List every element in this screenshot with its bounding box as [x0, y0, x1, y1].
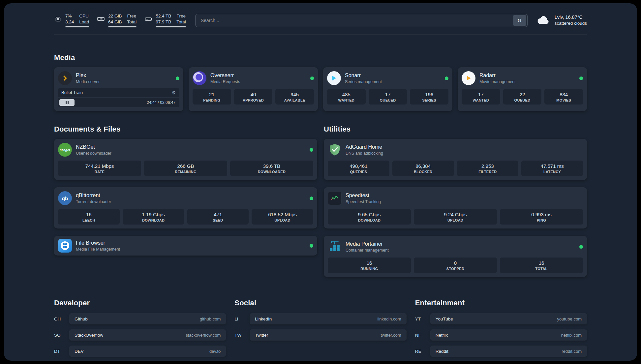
bookmark-group-social: Social LI LinkedIn linkedin.com TW Twitt… — [234, 299, 406, 357]
section-title-developer: Developer — [54, 299, 226, 307]
disk-free-label: Free — [176, 13, 186, 19]
card-header: File Browser Media File Management — [58, 239, 313, 253]
section-title-documents: Documents & Files — [54, 125, 317, 134]
card-nzbget[interactable]: nzbget NZBGet Usenet downloader 744.21 M… — [54, 139, 317, 180]
pause-button[interactable] — [59, 99, 75, 106]
bookmark-abbr: GH — [54, 317, 69, 321]
bookmark-name: Reddit — [436, 349, 448, 354]
bookmark-name: DEV — [75, 349, 84, 354]
card-title: Speedtest — [346, 193, 381, 198]
stats-row: 16 RUNNING 0 STOPPED 16 TOTAL — [328, 258, 583, 273]
cpu-widget: 7% 3.24 CPU Load — [54, 13, 89, 27]
bookmark-github[interactable]: GH Github github.com — [54, 313, 226, 324]
stat-blocked: 86,384 BLOCKED — [392, 161, 454, 176]
card-title: Radarr — [479, 73, 516, 78]
card-speedtest[interactable]: Speedtest Speedtest Tracking 9.65 Gbps D… — [324, 187, 587, 228]
bookmark-reddit[interactable]: RE Reddit reddit.com — [415, 346, 587, 357]
stats-row: 9.65 Gbps DOWNLOAD 9.24 Gbps UPLOAD 0.99… — [328, 209, 583, 225]
stat-filtered: 2,953 FILTERED — [457, 161, 519, 176]
search-input[interactable] — [196, 18, 512, 23]
bookmark-linkedin[interactable]: LI LinkedIn linkedin.com — [234, 313, 406, 324]
bookmark-dev[interactable]: DT DEV dev.to — [54, 346, 226, 357]
card-adguard[interactable]: AdGuard Home DNS and adblocking 498,461 … — [324, 139, 587, 180]
status-indicator — [310, 76, 314, 80]
status-indicator — [445, 76, 448, 80]
plex-now-playing: Bullet Train ⚙ 24:44 / 02:06:47 — [58, 88, 179, 107]
cpu-load-value: 3.24 — [65, 19, 74, 25]
stat-stopped: 0 STOPPED — [414, 258, 497, 273]
bookmark-abbr: RE — [415, 349, 430, 354]
section-documents: Documents & Files nzbget NZBGet Usenet d… — [54, 125, 317, 277]
card-title: qBittorrent — [76, 193, 111, 198]
card-subtitle: Series management — [345, 79, 382, 84]
media-grid: Plex Media server Bullet Train ⚙ 24:44 /… — [54, 67, 587, 111]
card-header: Speedtest Speedtest Tracking — [328, 191, 583, 205]
stat-wanted: 485 WANTED — [327, 89, 366, 105]
filebrowser-icon — [58, 239, 72, 253]
stat-rate: 744.21 Mbps RATE — [58, 161, 141, 176]
stats-row: 16 LEECH 1.19 Gbps DOWNLOAD 471 SEED — [58, 209, 313, 225]
stat-running: 16 RUNNING — [328, 258, 411, 273]
card-subtitle: Torrent downloader — [76, 199, 111, 204]
radarr-icon — [462, 71, 475, 85]
topbar: 7% 3.24 CPU Load — [54, 13, 587, 27]
bookmark-stackoverflow[interactable]: SO StackOverflow stackoverflow.com — [54, 329, 226, 341]
bookmark-name: Twitter — [255, 333, 268, 338]
stat-queued: 17 QUEUED — [369, 89, 407, 105]
card-title: Plex — [76, 73, 100, 78]
card-header: Sonarr Series management — [327, 71, 448, 85]
stat-pending: 21 PENDING — [193, 89, 231, 105]
status-indicator — [579, 245, 583, 249]
memory-free-label: Free — [127, 13, 137, 19]
weather-widget[interactable]: Lviv, 16.87°C scattered clouds — [537, 14, 587, 27]
section-title-media: Media — [54, 53, 587, 62]
resource-widgets: 7% 3.24 CPU Load — [54, 13, 186, 27]
card-radarr[interactable]: Radarr Movie management 17 WANTED 22 QUE… — [458, 67, 587, 111]
stat-movies: 834 MOVIES — [544, 89, 583, 105]
card-title: Sonarr — [345, 73, 382, 78]
bookmark-url: linkedin.com — [377, 317, 401, 321]
cpu-usage-value: 7% — [65, 13, 74, 19]
bookmark-youtube[interactable]: YT YouTube youtube.com — [415, 313, 587, 324]
speedtest-icon — [328, 191, 342, 205]
bookmark-twitter[interactable]: TW Twitter twitter.com — [234, 329, 406, 341]
player-time: 24:44 / 02:06:47 — [147, 100, 178, 105]
card-title: File Browser — [76, 240, 120, 246]
card-header: Overseerr Media Requests — [193, 71, 314, 85]
memory-widget: 22 GiB 64 GiB Free Total — [97, 13, 137, 27]
nzbget-icon: nzbget — [58, 143, 72, 157]
cpu-usage-bar — [65, 26, 89, 27]
player-progress-bar[interactable]: 24:44 / 02:06:47 — [58, 98, 179, 107]
card-title: AdGuard Home — [346, 144, 383, 150]
card-portainer[interactable]: Media Portainer Container management 16 … — [324, 236, 587, 277]
card-plex[interactable]: Plex Media server Bullet Train ⚙ 24:44 /… — [54, 67, 183, 111]
disk-usage-bar — [156, 26, 186, 27]
section-title-utilities: Utilities — [324, 125, 587, 134]
stat-total: 16 TOTAL — [500, 258, 583, 273]
disk-icon — [144, 15, 152, 23]
search-engine-button[interactable]: G — [513, 15, 526, 26]
card-qbittorrent[interactable]: qb qBittorrent Torrent downloader 16 — [54, 187, 317, 228]
status-indicator — [176, 76, 179, 80]
card-subtitle: Movie management — [479, 79, 516, 84]
gear-icon[interactable]: ⚙ — [172, 90, 176, 95]
bookmark-abbr: YT — [415, 317, 430, 321]
status-indicator — [579, 76, 583, 80]
stat-latency: 47.571 ms LATENCY — [521, 161, 583, 176]
card-subtitle: Media server — [76, 79, 100, 84]
bookmark-netflix[interactable]: NF Netflix netflix.com — [415, 329, 587, 341]
status-indicator — [310, 148, 313, 152]
bookmark-name: YouTube — [436, 317, 453, 321]
card-overseerr[interactable]: Overseerr Media Requests 21 PENDING 40 A… — [189, 67, 318, 111]
sonarr-icon — [327, 71, 341, 85]
stat-available: 945 AVAILABLE — [275, 89, 314, 105]
section-utilities: Utilities — [324, 125, 587, 277]
stat-download: 1.19 Gbps DOWNLOAD — [123, 209, 184, 225]
adguard-icon — [328, 143, 342, 157]
bookmark-url: github.com — [200, 317, 221, 321]
card-sonarr[interactable]: Sonarr Series management 485 WANTED 17 Q… — [323, 67, 452, 111]
card-filebrowser[interactable]: File Browser Media File Management — [54, 236, 317, 256]
search-bar: G — [195, 14, 528, 27]
card-subtitle: Media Requests — [210, 79, 240, 84]
bookmark-abbr: NF — [415, 333, 430, 338]
